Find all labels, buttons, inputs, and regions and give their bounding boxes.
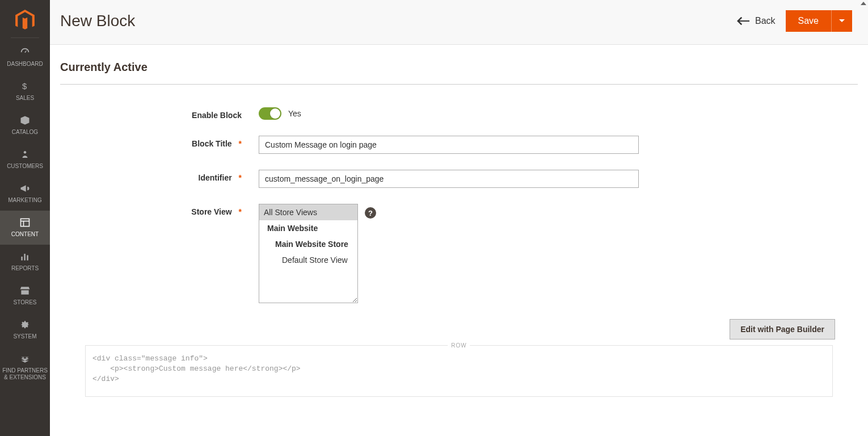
enable-block-value: Yes <box>288 109 301 118</box>
editor-toolbar: Edit with Page Builder <box>60 319 858 339</box>
nav-label: STORES <box>2 299 48 306</box>
store-view-option-default[interactable]: Default Store View <box>259 252 357 268</box>
identifier-input[interactable] <box>259 170 639 188</box>
sidebar-item-content[interactable]: CONTENT <box>0 211 50 245</box>
block-title-input[interactable] <box>259 136 639 154</box>
admin-sidebar: DASHBOARD $ SALES CATALOG CUSTOMERS MARK… <box>0 0 50 436</box>
store-view-option-all[interactable]: All Store Views <box>259 204 357 220</box>
sidebar-item-catalog[interactable]: CATALOG <box>0 108 50 142</box>
required-mark: * <box>239 207 242 216</box>
page-scrollbar[interactable] <box>859 0 868 436</box>
store-view-hint[interactable]: ? <box>365 207 376 219</box>
block-title-label: Block Title <box>192 139 232 148</box>
sidebar-item-system[interactable]: SYSTEM <box>0 313 50 347</box>
save-dropdown-toggle[interactable] <box>832 10 852 32</box>
sidebar-item-customers[interactable]: CUSTOMERS <box>0 142 50 177</box>
svg-rect-5 <box>21 257 23 261</box>
required-mark: * <box>239 173 242 182</box>
blocks-icon <box>19 353 31 365</box>
svg-text:$: $ <box>22 81 27 91</box>
store-view-option-main-website-store[interactable]: Main Website Store <box>259 236 357 252</box>
main: New Block Back Save Currently Active <box>50 0 868 436</box>
row-store-view: Store View * All Store Views Main Websit… <box>60 204 858 303</box>
page-header: New Block Back Save <box>50 0 868 45</box>
svg-rect-2 <box>21 219 30 226</box>
nav-label: CUSTOMERS <box>2 163 48 170</box>
sidebar-item-sales[interactable]: $ SALES <box>0 74 50 108</box>
bars-icon <box>19 250 31 263</box>
content: Currently Active Enable Block Yes Block … <box>50 45 868 420</box>
sidebar-item-marketing[interactable]: MARKETING <box>0 177 50 211</box>
nav-label: CONTENT <box>2 231 48 238</box>
toggle-knob <box>270 108 280 119</box>
scroll-up-arrow-icon[interactable] <box>861 2 866 5</box>
edit-page-builder-button[interactable]: Edit with Page Builder <box>730 319 835 339</box>
nav-label: REPORTS <box>2 265 48 272</box>
sidebar-item-dashboard[interactable]: DASHBOARD <box>0 40 50 74</box>
identifier-label: Identifier <box>199 173 232 182</box>
nav-label: SYSTEM <box>2 333 48 340</box>
person-icon <box>20 148 30 161</box>
svg-rect-6 <box>24 254 26 261</box>
store-view-multiselect[interactable]: All Store Views Main Website Main Websit… <box>259 204 358 303</box>
nav-label: MARKETING <box>2 197 48 204</box>
magento-logo-icon <box>15 10 35 31</box>
nav-label: CATALOG <box>2 129 48 136</box>
enable-block-label: Enable Block <box>192 111 242 120</box>
magento-logo <box>14 9 36 32</box>
storefront-icon <box>19 284 31 297</box>
store-view-label: Store View <box>191 207 231 216</box>
dashboard-icon <box>19 46 31 58</box>
nav-label: DASHBOARD <box>2 61 48 68</box>
nav-label: FIND PARTNERS & EXTENSIONS <box>2 367 48 381</box>
content-editor[interactable]: ROW <div class="message info"> <p><stron… <box>85 345 833 397</box>
dollar-icon: $ <box>19 80 31 93</box>
header-actions: Back Save <box>737 10 852 32</box>
page-title: New Block <box>60 12 135 30</box>
box-icon <box>19 114 31 127</box>
back-button[interactable]: Back <box>737 16 776 26</box>
arrow-left-icon <box>737 16 749 26</box>
gear-icon <box>19 318 31 331</box>
megaphone-icon <box>19 182 31 195</box>
row-enable-block: Enable Block Yes <box>60 107 858 120</box>
back-label: Back <box>755 16 776 26</box>
required-mark: * <box>239 139 242 148</box>
sidebar-item-partners[interactable]: FIND PARTNERS & EXTENSIONS <box>0 347 50 388</box>
sidebar-item-reports[interactable]: REPORTS <box>0 245 50 279</box>
store-view-option-main-website[interactable]: Main Website <box>259 220 357 236</box>
row-tag: ROW <box>448 342 470 349</box>
section-title: Currently Active <box>60 61 858 74</box>
sidebar-item-stores[interactable]: STORES <box>0 279 50 313</box>
svg-rect-7 <box>27 255 28 261</box>
save-button[interactable]: Save <box>786 10 832 32</box>
editor-html-content: <div class="message info"> <p><strong>Cu… <box>92 354 825 385</box>
enable-block-toggle[interactable] <box>259 107 281 120</box>
row-block-title: Block Title * <box>60 136 858 154</box>
row-identifier: Identifier * <box>60 170 858 188</box>
svg-point-1 <box>24 151 27 154</box>
section-divider <box>60 84 858 85</box>
layout-icon <box>19 216 31 229</box>
save-button-group: Save <box>786 10 852 32</box>
chevron-down-icon <box>838 18 845 24</box>
nav-label: SALES <box>2 95 48 102</box>
